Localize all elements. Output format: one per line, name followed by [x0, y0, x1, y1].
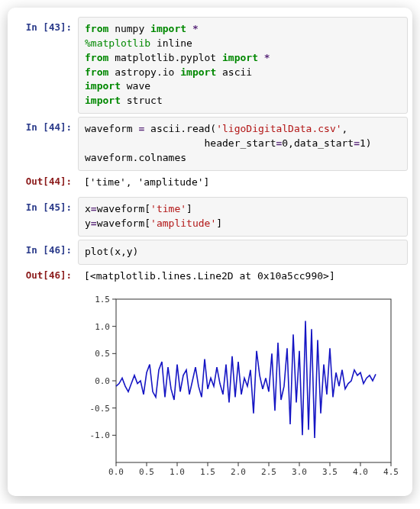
code-input[interactable]: x=waveform['time'] y=waveform['amplitude…: [78, 197, 408, 237]
svg-text:-0.5: -0.5: [90, 403, 111, 413]
code-input[interactable]: plot(x,y): [78, 240, 408, 265]
svg-text:0.0: 0.0: [108, 467, 124, 477]
svg-text:3.5: 3.5: [322, 467, 338, 477]
svg-text:0.5: 0.5: [95, 349, 110, 359]
cell-46: In [46]: plot(x,y) Out[46]: [<matplotlib…: [12, 240, 408, 482]
svg-text:0.0: 0.0: [95, 376, 110, 386]
cell-45: In [45]: x=waveform['time'] y=waveform['…: [12, 197, 408, 237]
svg-text:1.5: 1.5: [95, 295, 110, 304]
code-input[interactable]: waveform = ascii.read('ligoDigitalData.c…: [78, 117, 408, 171]
in-prompt: In [43]:: [12, 17, 78, 33]
in-prompt: In [44]:: [12, 117, 78, 133]
in-prompt: In [46]:: [12, 240, 78, 256]
svg-text:4.5: 4.5: [383, 467, 399, 477]
svg-text:4.0: 4.0: [353, 467, 368, 477]
cell-output: [<matplotlib.lines.Line2D at 0x10a5cc990…: [78, 265, 408, 288]
svg-text:2.0: 2.0: [231, 467, 246, 477]
out-prompt: Out[46]:: [12, 265, 78, 281]
line-chart: -1.0-0.50.00.51.01.50.00.51.01.52.02.53.…: [78, 292, 399, 482]
cell-44: In [44]: waveform = ascii.read('ligoDigi…: [12, 117, 408, 194]
notebook-container: In [43]: from numpy import * %matplotlib…: [8, 8, 412, 496]
in-prompt: In [45]:: [12, 197, 78, 213]
svg-text:1.0: 1.0: [95, 321, 110, 331]
cell-output: ['time', 'amplitude']: [78, 171, 408, 195]
svg-text:-1.0: -1.0: [90, 430, 111, 440]
plot-output: -1.0-0.50.00.51.01.50.00.51.01.52.02.53.…: [12, 288, 408, 482]
svg-text:2.5: 2.5: [261, 467, 276, 477]
svg-text:0.5: 0.5: [139, 467, 154, 477]
svg-text:1.0: 1.0: [170, 467, 185, 477]
cell-43: In [43]: from numpy import * %matplotlib…: [12, 17, 408, 114]
svg-text:1.5: 1.5: [200, 467, 215, 477]
out-prompt: Out[44]:: [12, 171, 78, 187]
code-input[interactable]: from numpy import * %matplotlib inline f…: [78, 17, 408, 114]
svg-text:3.0: 3.0: [292, 467, 307, 477]
